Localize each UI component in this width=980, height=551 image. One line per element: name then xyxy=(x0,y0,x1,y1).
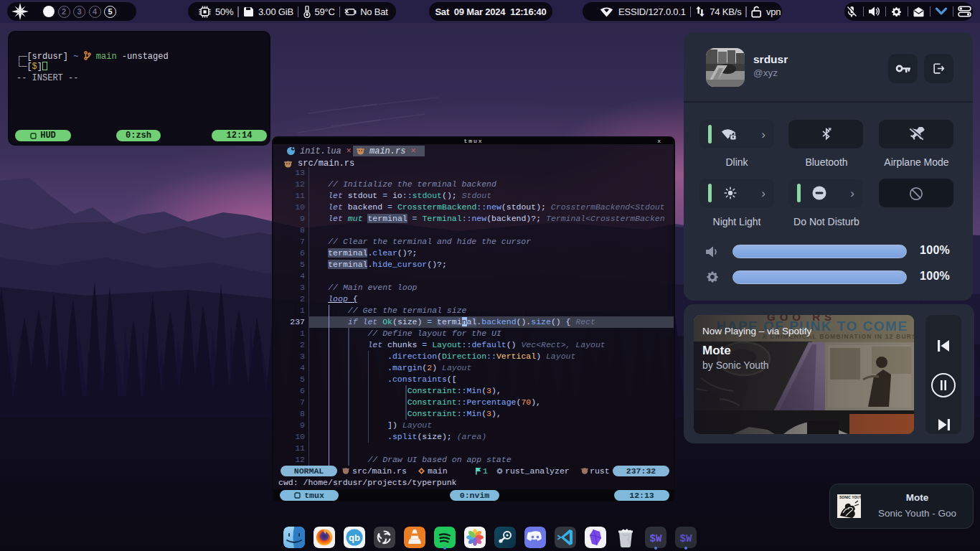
svg-text:SONIC YOUTH: SONIC YOUTH xyxy=(839,495,861,499)
svg-text:$W: $W xyxy=(650,533,662,545)
svg-text:qb: qb xyxy=(349,532,360,543)
svg-text:$W: $W xyxy=(680,533,692,545)
